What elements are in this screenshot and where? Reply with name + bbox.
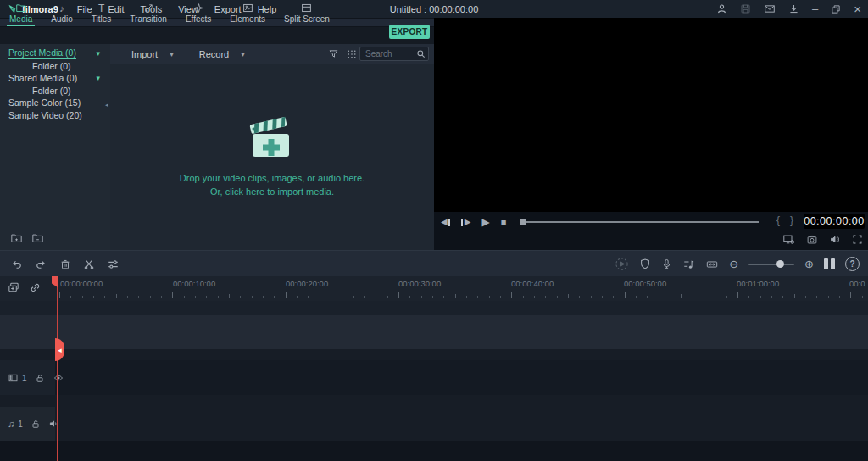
timeline-ruler[interactable]: 00:00:00:00 00:00:10:00 00:00:20:00 00:0…	[0, 276, 868, 302]
display-settings-icon[interactable]	[782, 233, 795, 245]
video-track-lane[interactable]	[0, 360, 868, 395]
tab-media[interactable]: Media	[0, 0, 42, 26]
sidebar-item-folder-2[interactable]: Folder (0)	[0, 85, 110, 97]
ruler-tick	[862, 296, 863, 298]
ruler-label: 00:00:30:00	[398, 279, 441, 288]
ruler-tick	[511, 292, 512, 298]
sidebar-item-shared-media[interactable]: Shared Media (0) ▾	[0, 72, 110, 85]
tab-elements[interactable]: Elements	[220, 0, 275, 26]
sidebar-item-project-media[interactable]: Project Media (0) ▾	[0, 47, 110, 60]
ruler-tick	[760, 296, 761, 298]
sidebar-item-sample-video[interactable]: Sample Video (20)	[0, 109, 110, 122]
ruler-tick	[704, 296, 704, 298]
preview-scrubber[interactable]	[520, 221, 760, 223]
filter-icon[interactable]	[328, 48, 339, 59]
ruler-tick	[828, 296, 829, 298]
filmora-window: Untitled : 00:00:00:00 filmora9 File Edi…	[0, 0, 868, 461]
video-track-number: 1	[22, 374, 27, 383]
mark-out-icon[interactable]: }	[790, 214, 793, 226]
grid-view-icon[interactable]	[347, 49, 357, 59]
dropzone-text-line1: Drop your video clips, images, or audio …	[180, 171, 364, 185]
chevron-down-icon[interactable]: ▾	[96, 49, 100, 58]
ruler-label: 00:00:00:00	[60, 279, 103, 288]
chevron-down-icon[interactable]: ▾	[96, 74, 100, 82]
playhead-handle-glyph: ◂	[58, 346, 62, 354]
help-icon[interactable]: ?	[845, 257, 860, 271]
ruler-tick	[364, 296, 365, 298]
sidebar-item-sample-color[interactable]: Sample Color (15)	[0, 97, 110, 109]
ruler-tick	[409, 296, 410, 298]
play-button[interactable]: ▶	[481, 217, 489, 227]
minimize-button[interactable]: –	[812, 3, 818, 14]
chevron-down-icon[interactable]: ▾	[241, 50, 245, 58]
ruler-tick	[816, 296, 817, 298]
next-frame-button[interactable]: ▶	[461, 218, 470, 226]
tab-titles[interactable]: T Titles	[82, 0, 121, 26]
split-scissors-icon[interactable]	[83, 258, 95, 270]
audio-mixer-icon[interactable]	[682, 258, 695, 270]
new-folder-icon[interactable]	[10, 232, 23, 244]
audio-track-number: 1	[18, 419, 23, 429]
chevron-down-icon[interactable]: ▾	[170, 50, 174, 58]
hide-track-eye-icon[interactable]	[53, 373, 64, 383]
preview-video-area[interactable]	[434, 18, 868, 212]
export-button[interactable]: EXPORT	[389, 25, 430, 39]
ruler-tick	[839, 296, 840, 298]
music-note-icon: ♪	[59, 3, 64, 14]
volume-icon[interactable]	[829, 234, 841, 245]
ruler-tick	[274, 296, 275, 298]
update-download-icon[interactable]	[788, 3, 799, 14]
sidebar-item-folder-1[interactable]: Folder (0)	[0, 60, 110, 73]
render-preview-icon[interactable]	[615, 257, 629, 271]
tab-effects[interactable]: Effects	[176, 0, 220, 26]
ruler-tick	[477, 296, 478, 298]
search-input[interactable]	[360, 47, 416, 60]
split-screen-icon	[301, 3, 312, 14]
tab-split-screen[interactable]: Split Screen	[275, 0, 339, 26]
tab-transition[interactable]: Transition	[120, 0, 176, 26]
collapse-panel-arrow-icon[interactable]: ◂	[105, 102, 108, 108]
audio-track-lane[interactable]	[0, 407, 868, 441]
action-cam-shield-icon[interactable]	[639, 258, 651, 270]
ruler-tick	[353, 296, 354, 298]
zoom-to-fit-icon[interactable]	[705, 258, 719, 270]
record-voiceover-mic-icon[interactable]	[661, 258, 672, 270]
timeline-zoom-slider[interactable]	[748, 264, 794, 265]
advanced-settings-icon[interactable]	[107, 258, 120, 270]
playhead-line[interactable]	[57, 276, 58, 461]
zoom-in-icon[interactable]: ⊕	[804, 258, 814, 269]
ruler-tick	[252, 296, 253, 298]
ruler-tick	[681, 294, 682, 298]
undo-icon[interactable]	[10, 258, 23, 270]
zoom-slider-handle[interactable]	[776, 260, 784, 268]
feedback-mail-icon[interactable]	[764, 3, 776, 14]
track-manager-icon[interactable]	[824, 258, 835, 269]
delete-folder-icon[interactable]	[31, 232, 44, 244]
redo-icon[interactable]	[35, 258, 47, 270]
lock-track-icon[interactable]	[31, 419, 41, 430]
scrubber-handle[interactable]	[520, 219, 526, 225]
tab-audio[interactable]: ♪ Audio	[42, 0, 82, 26]
media-drop-zone[interactable]: Drop your video clips, images, or audio …	[110, 64, 434, 250]
media-library-panel: Project Media (0) ▾ Folder (0) Shared Me…	[0, 44, 434, 250]
fullscreen-icon[interactable]	[852, 234, 863, 245]
ruler-tick	[782, 296, 783, 298]
stop-button[interactable]: ■	[501, 218, 507, 227]
delete-trash-icon[interactable]	[59, 258, 71, 270]
search-icon[interactable]	[416, 49, 426, 58]
ruler-tick	[500, 296, 501, 298]
snapshot-camera-icon[interactable]	[806, 234, 818, 245]
save-icon[interactable]	[740, 3, 751, 14]
zoom-out-icon[interactable]: ⊖	[729, 258, 738, 269]
previous-frame-button[interactable]: ◀	[441, 218, 450, 226]
ruler-tick	[342, 294, 342, 298]
close-button[interactable]: ×	[854, 3, 861, 15]
mark-in-icon[interactable]: {	[776, 214, 780, 226]
lock-track-icon[interactable]	[35, 373, 45, 384]
upper-track-lane[interactable]	[0, 315, 868, 349]
account-icon[interactable]	[716, 3, 727, 14]
restore-button[interactable]	[831, 4, 841, 14]
record-dropdown[interactable]: Record	[199, 49, 229, 59]
import-dropdown[interactable]: Import	[131, 49, 158, 59]
audio-track-header-icons: ♫ 1	[0, 417, 63, 430]
